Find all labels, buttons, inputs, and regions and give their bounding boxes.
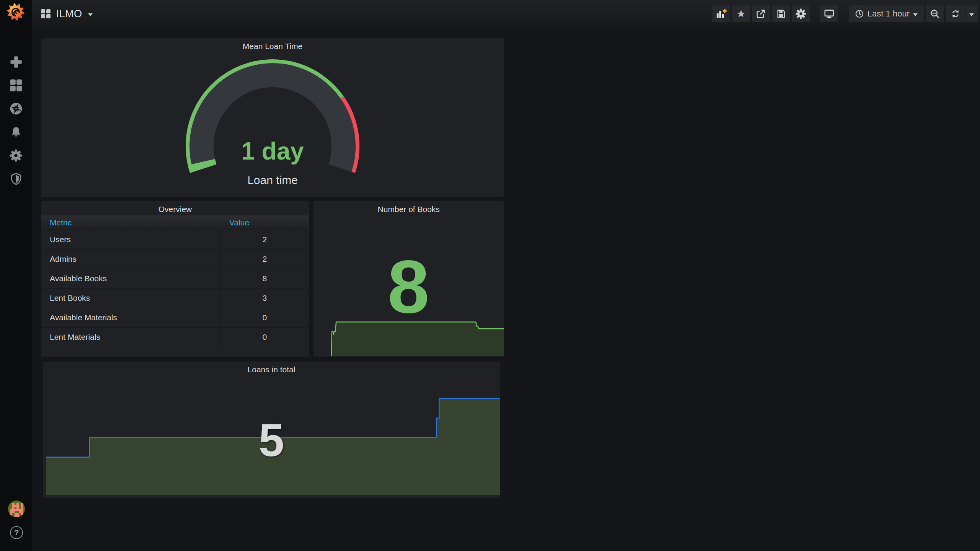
gauge-label: Loan time (41, 174, 504, 187)
dashboard-picker-icon (41, 9, 51, 19)
panel-title[interactable]: Overview (41, 205, 309, 214)
user-avatar[interactable] (8, 500, 25, 517)
navbar-actions: ★ (710, 5, 978, 22)
table-row: Users2 (41, 230, 309, 249)
table-row: Lent Materials0 (41, 328, 309, 347)
metric-cell: Users (41, 230, 220, 249)
sidebar-item-configuration[interactable] (10, 149, 23, 162)
sidebar-item-server-admin[interactable] (10, 172, 23, 185)
table-row: Admins2 (41, 249, 309, 269)
zoom-out-button[interactable] (926, 5, 944, 22)
sidebar-item-explore[interactable] (10, 102, 23, 115)
stat-value: 8 (387, 249, 429, 324)
value-cell: 2 (220, 230, 309, 249)
value-cell: 0 (220, 328, 309, 347)
help-label: ? (14, 528, 19, 537)
save-dashboard-button[interactable] (772, 5, 790, 22)
cycle-view-mode-button[interactable] (820, 5, 838, 22)
time-range-label: Last 1 hour (867, 9, 910, 19)
panel-overview: Overview Metric Value Users2Admins2Avail… (41, 201, 309, 357)
grafana-logo[interactable] (6, 2, 26, 22)
dashboard-canvas: Mean Loan Time 1 day Loan time Overview … (32, 28, 980, 551)
panel-number-of-books: Number of Books 8 (314, 201, 504, 357)
panel-mean-loan-time: Mean Loan Time 1 day Loan time (41, 38, 504, 197)
sidebar-menu (0, 55, 32, 185)
overview-table-body: Users2Admins2Available Books8Lent Books3… (41, 230, 309, 347)
panel-loans-in-total: Loans in total 5 (43, 362, 500, 498)
gear-icon (10, 149, 22, 162)
share-dashboard-button[interactable] (752, 5, 770, 22)
chevron-down-icon (969, 13, 974, 16)
star-icon: ★ (737, 9, 746, 19)
stat-value: 5 (259, 417, 284, 463)
table-row: Available Materials0 (41, 308, 309, 328)
compass-icon (10, 102, 23, 115)
shield-icon (10, 173, 22, 185)
sidebar-item-alerting[interactable] (10, 126, 23, 139)
column-header-value[interactable]: Value (220, 215, 309, 230)
refresh-icon (951, 9, 960, 19)
time-range-picker[interactable]: Last 1 hour (849, 5, 924, 22)
metric-cell: Lent Books (41, 289, 220, 308)
share-icon (756, 9, 766, 19)
chevron-down-icon (88, 13, 93, 16)
dashboards-grid-icon (10, 79, 22, 91)
metric-cell: Available Materials (41, 308, 220, 328)
value-cell: 3 (220, 289, 309, 308)
gauge-value: 1 day (41, 137, 504, 165)
refresh-button[interactable] (946, 5, 965, 22)
sidebar-item-dashboards[interactable] (10, 79, 23, 92)
refresh-button-group (946, 5, 978, 22)
metric-cell: Admins (41, 249, 220, 269)
table-row: Lent Books3 (41, 289, 309, 308)
table-row: Available Books8 (41, 269, 309, 289)
grafana-logo-icon (6, 2, 26, 22)
refresh-interval-button[interactable] (965, 5, 978, 22)
monitor-icon (824, 8, 835, 19)
sidebar-item-create[interactable] (10, 55, 23, 68)
metric-cell: Lent Materials (41, 328, 220, 347)
clock-icon (855, 9, 864, 18)
metric-cell: Available Books (41, 269, 220, 289)
value-cell: 8 (220, 269, 309, 289)
chevron-down-icon (913, 13, 918, 16)
zoom-out-icon (930, 9, 940, 19)
value-cell: 0 (220, 308, 309, 328)
column-header-metric[interactable]: Metric (41, 215, 220, 230)
save-icon (776, 9, 786, 19)
gauge-chart (41, 38, 504, 197)
grafana-app: ? ILMO ★ (0, 0, 980, 551)
add-panel-button[interactable] (712, 5, 730, 22)
navbar: ILMO ★ (32, 0, 980, 28)
add-panel-icon (716, 8, 727, 19)
value-cell: 2 (220, 249, 309, 269)
overview-table: Metric Value Users2Admins2Available Book… (41, 215, 309, 347)
table-header-row: Metric Value (41, 215, 309, 230)
gear-icon (795, 8, 806, 19)
dashboard-title: ILMO (56, 8, 82, 20)
avatar-pixel-art (8, 500, 25, 517)
help-button[interactable]: ? (10, 526, 23, 539)
plus-icon (10, 56, 22, 68)
sidebar: ? (0, 0, 32, 551)
star-dashboard-button[interactable]: ★ (732, 5, 750, 22)
dashboard-title-button[interactable]: ILMO (32, 8, 93, 20)
dashboard-settings-button[interactable] (792, 5, 810, 22)
bell-icon (10, 126, 22, 138)
